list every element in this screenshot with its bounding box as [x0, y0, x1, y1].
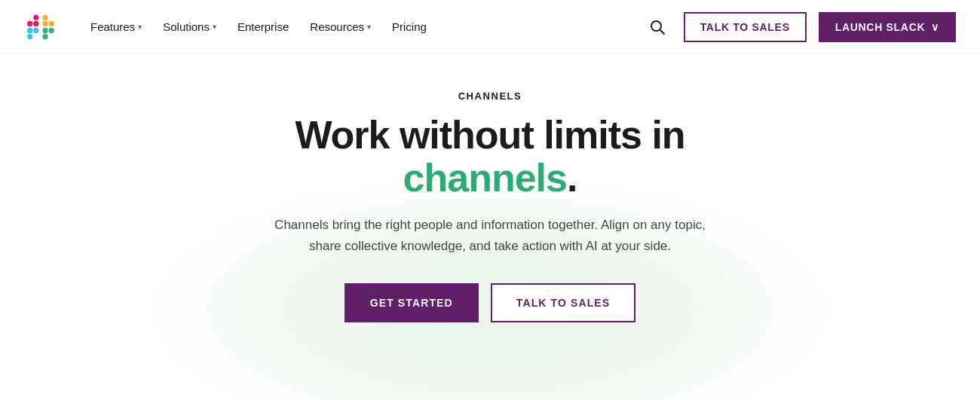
svg-rect-5 — [49, 27, 54, 32]
talk-to-sales-button-nav[interactable]: TALK TO SALES — [684, 12, 807, 42]
nav-link-features[interactable]: Features ▾ — [81, 14, 151, 39]
hero-description: Channels bring the right people and info… — [271, 215, 709, 255]
hero-content: CHANNELS Work without limits in channels… — [204, 90, 776, 322]
svg-rect-9 — [27, 27, 32, 32]
chevron-down-icon: ▾ — [367, 23, 371, 31]
search-icon — [649, 19, 666, 35]
svg-rect-1 — [33, 20, 38, 26]
svg-rect-4 — [42, 33, 47, 38]
hero-title: Work without limits in channels. — [204, 114, 776, 200]
talk-to-sales-button-hero[interactable]: TALK TO SALES — [491, 283, 636, 322]
hero-section: CHANNELS Work without limits in channels… — [0, 54, 980, 400]
nav-links: Features ▾ Solutions ▾ Enterprise Resour… — [81, 14, 643, 39]
svg-rect-3 — [42, 27, 47, 32]
chevron-down-icon: ▾ — [138, 23, 142, 31]
nav-link-enterprise[interactable]: Enterprise — [228, 14, 298, 39]
nav-actions: TALK TO SALES LAUNCH SLACK ∨ — [643, 12, 956, 42]
svg-line-13 — [660, 29, 664, 34]
hero-eyebrow: CHANNELS — [458, 90, 522, 102]
svg-rect-8 — [49, 20, 54, 26]
chevron-down-icon: ∨ — [931, 21, 939, 33]
launch-slack-button[interactable]: LAUNCH SLACK ∨ — [819, 12, 956, 42]
navigation: Features ▾ Solutions ▾ Enterprise Resour… — [0, 0, 980, 54]
svg-rect-6 — [42, 14, 47, 20]
svg-rect-10 — [33, 27, 38, 32]
svg-rect-11 — [27, 33, 32, 38]
nav-link-resources[interactable]: Resources ▾ — [301, 14, 380, 39]
search-button[interactable] — [643, 13, 672, 41]
hero-ctas: GET STARTED TALK TO SALES — [345, 283, 636, 322]
svg-rect-0 — [27, 20, 32, 26]
get-started-button[interactable]: GET STARTED — [345, 283, 479, 322]
chevron-down-icon: ▾ — [213, 23, 216, 31]
slack-logo — [24, 11, 57, 44]
nav-link-solutions[interactable]: Solutions ▾ — [154, 14, 225, 39]
logo-link[interactable] — [24, 11, 57, 44]
nav-link-pricing[interactable]: Pricing — [383, 14, 436, 39]
svg-rect-7 — [42, 20, 47, 26]
svg-rect-2 — [33, 14, 38, 20]
